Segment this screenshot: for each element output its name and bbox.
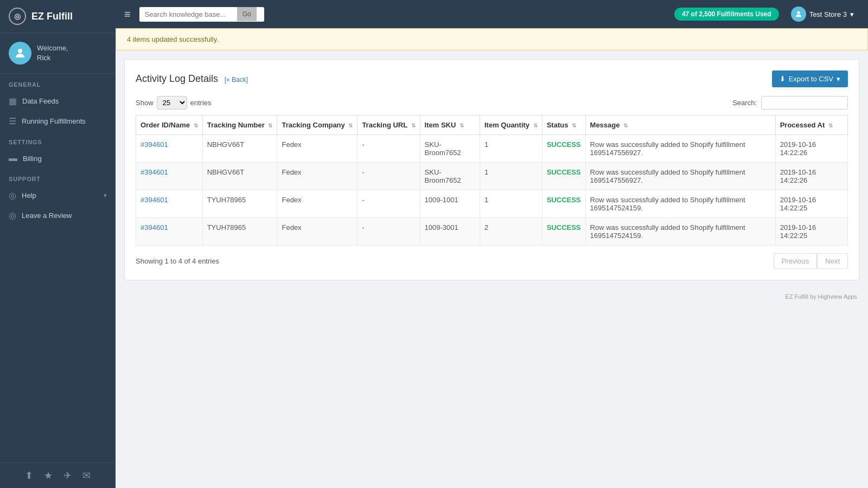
svg-point-0 (18, 49, 22, 53)
settings-section-label: SETTINGS (0, 131, 116, 149)
col-message[interactable]: Message ⇅ (585, 115, 775, 135)
table-search-input[interactable] (761, 96, 848, 110)
order-id-link[interactable]: #394601 (141, 140, 168, 149)
cell-tracking-url: - (358, 218, 420, 246)
star-footer-icon[interactable]: ★ (44, 470, 53, 481)
cell-item-quantity: 1 (480, 163, 542, 190)
cell-status: SUCCESS (542, 190, 585, 218)
col-order-id[interactable]: Order ID/Name ⇅ (136, 115, 203, 135)
star-icon: ◎ (9, 210, 16, 221)
pagination-row: Showing 1 to 4 of 4 entries Previous Nex… (136, 253, 848, 269)
sidebar-item-label: Billing (23, 155, 42, 163)
next-button[interactable]: Next (817, 253, 848, 269)
activity-title-group: Activity Log Details [« Back] (136, 73, 248, 85)
footer-text: EZ Fulfill by Highview Apps (785, 293, 857, 300)
cell-message: Row was successfully added to Shopify fu… (585, 218, 775, 246)
cell-tracking-company: Fedex (277, 163, 358, 190)
sidebar-item-help[interactable]: ◎ Help ▾ (0, 185, 116, 206)
back-link[interactable]: [« Back] (225, 76, 248, 84)
cell-status: SUCCESS (542, 218, 585, 246)
sidebar-footer: ⬆ ★ ✈ ✉ (0, 463, 116, 488)
chevron-down-icon: ▾ (104, 192, 107, 199)
cell-tracking-number: TYUH78965 (202, 218, 277, 246)
entries-per-page-select[interactable]: 25 10 50 100 (157, 96, 187, 110)
logo-icon: ◎ (9, 8, 26, 25)
sort-icon: ⇅ (348, 123, 353, 129)
search-form: Go (139, 7, 264, 22)
col-processed-at[interactable]: Processed At ⇅ (775, 115, 847, 135)
hamburger-menu-icon[interactable]: ≡ (124, 8, 131, 21)
search-label: Search: (732, 99, 757, 107)
main-area: ≡ Go 47 of 2,500 Fulfillments Used Test … (116, 0, 868, 488)
sidebar-item-leave-review[interactable]: ◎ Leave a Review (0, 206, 116, 226)
help-icon: ◎ (9, 190, 16, 201)
sort-icon: ⇅ (411, 123, 416, 129)
col-status[interactable]: Status ⇅ (542, 115, 585, 135)
cell-processed-at: 2019-10-16 14:22:26 (775, 163, 847, 190)
search-input[interactable] (139, 7, 237, 22)
sidebar-item-billing[interactable]: ▬ Billing (0, 149, 116, 168)
col-tracking-number[interactable]: Tracking Number ⇅ (202, 115, 277, 135)
col-item-quantity[interactable]: Item Quantity ⇅ (480, 115, 542, 135)
cell-item-sku: SKU-Broom7652 (420, 135, 480, 163)
table-search-control: Search: (732, 96, 848, 110)
user-section: Welcome, Rick (0, 33, 116, 74)
fulfillments-badge: 47 of 2,500 Fulfillments Used (674, 8, 779, 21)
sidebar-item-data-feeds[interactable]: ▦ Data Feeds (0, 91, 116, 111)
sort-icon: ⇅ (533, 123, 538, 129)
send-icon[interactable]: ✈ (63, 470, 72, 481)
store-dropdown-arrow: ▾ (850, 10, 854, 18)
billing-icon: ▬ (9, 153, 17, 163)
sort-icon: ⇅ (572, 123, 576, 129)
pagination-buttons: Previous Next (774, 253, 848, 269)
sidebar-item-label: Leave a Review (22, 211, 72, 220)
order-id-link[interactable]: #394601 (141, 196, 168, 204)
col-tracking-company[interactable]: Tracking Company ⇅ (277, 115, 358, 135)
cell-item-sku: 1009-1001 (420, 190, 480, 218)
cell-status: SUCCESS (542, 163, 585, 190)
sort-icon: ⇅ (459, 123, 464, 129)
cell-status: SUCCESS (542, 135, 585, 163)
export-csv-button[interactable]: ⬇ Export to CSV ▾ (772, 70, 848, 87)
cell-item-quantity: 1 (480, 135, 542, 163)
col-tracking-url[interactable]: Tracking URL ⇅ (358, 115, 420, 135)
cell-message: Row was successfully added to Shopify fu… (585, 135, 775, 163)
store-switcher[interactable]: Test Store 3 ▾ (786, 3, 859, 25)
mail-icon[interactable]: ✉ (82, 470, 91, 481)
col-item-sku[interactable]: Item SKU ⇅ (420, 115, 480, 135)
cell-tracking-number: NBHGV66T (202, 135, 277, 163)
grid-icon: ▦ (9, 96, 17, 106)
store-avatar (791, 7, 806, 22)
success-banner: 4 items updated successfully. (116, 28, 868, 50)
table-row: #394601 TYUH78965 Fedex - 1009-3001 2 SU… (136, 218, 848, 246)
cell-message: Row was successfully added to Shopify fu… (585, 163, 775, 190)
sidebar-item-running-fulfillments[interactable]: ☰ Running Fulfillments (0, 111, 116, 131)
previous-button[interactable]: Previous (774, 253, 818, 269)
store-name: Test Store 3 (809, 10, 847, 18)
cell-tracking-url: - (358, 163, 420, 190)
activity-card: Activity Log Details [« Back] ⬇ Export t… (124, 59, 859, 280)
cell-order-id: #394601 (136, 190, 203, 218)
cell-tracking-company: Fedex (277, 218, 358, 246)
status-badge: SUCCESS (547, 140, 581, 149)
table-row: #394601 NBHGV66T Fedex - SKU-Broom7652 1… (136, 135, 848, 163)
export-dropdown-arrow: ▾ (837, 75, 840, 83)
list-icon: ☰ (9, 116, 16, 126)
cell-order-id: #394601 (136, 218, 203, 246)
search-go-button[interactable]: Go (237, 7, 257, 21)
cell-order-id: #394601 (136, 163, 203, 190)
show-label: Show (136, 99, 154, 107)
cell-message: Row was successfully added to Shopify fu… (585, 190, 775, 218)
table-row: #394601 TYUH78965 Fedex - 1009-1001 1 SU… (136, 190, 848, 218)
avatar (9, 42, 31, 65)
cell-item-quantity: 1 (480, 190, 542, 218)
cell-item-quantity: 2 (480, 218, 542, 246)
order-id-link[interactable]: #394601 (141, 168, 168, 176)
order-id-link[interactable]: #394601 (141, 223, 168, 232)
cell-order-id: #394601 (136, 135, 203, 163)
upload-icon[interactable]: ⬆ (25, 470, 33, 481)
sort-icon: ⇅ (194, 123, 198, 129)
cell-tracking-url: - (358, 135, 420, 163)
cell-processed-at: 2019-10-16 14:22:26 (775, 135, 847, 163)
topbar: ≡ Go 47 of 2,500 Fulfillments Used Test … (116, 0, 868, 28)
